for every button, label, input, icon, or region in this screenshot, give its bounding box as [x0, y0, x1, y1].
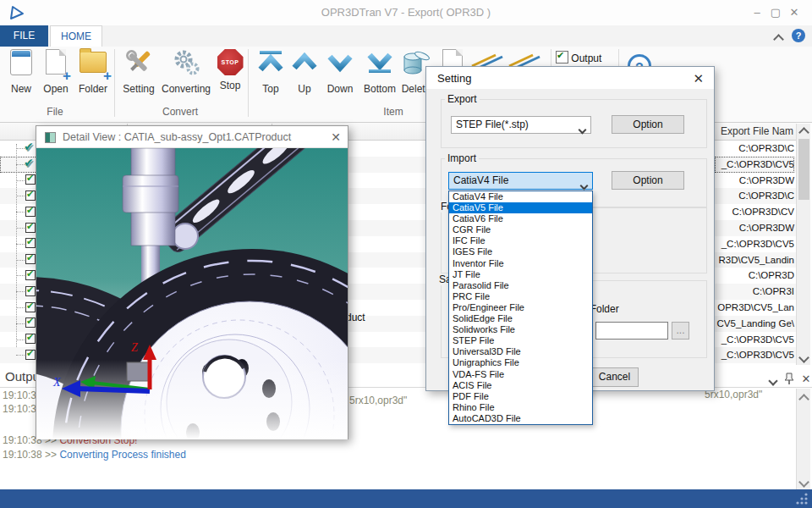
item-row[interactable]: ✔ — [0, 204, 41, 220]
dropdown-item[interactable]: IFC File — [449, 235, 592, 246]
open-button[interactable]: + Open — [39, 49, 73, 95]
3d-viewport[interactable]: Z X — [36, 148, 348, 439]
scrollbar-thumb[interactable] — [798, 139, 809, 200]
close-button[interactable]: ✕ — [785, 3, 804, 22]
output-scrollbar[interactable] — [796, 389, 810, 489]
dropdown-item[interactable]: Unigraphics File — [449, 357, 592, 368]
item-row[interactable]: ✔ — [0, 173, 41, 189]
export-file-name-header[interactable]: Export File Nam — [721, 125, 793, 137]
export-file-cell[interactable]: C:\OPR3DW — [715, 173, 794, 189]
item-row[interactable]: ✔ — [0, 220, 41, 236]
export-file-cell[interactable]: C:\OPR3D — [715, 268, 794, 284]
dropdown-item[interactable]: Solidworks File — [449, 324, 592, 335]
maximize-button[interactable]: ▢ — [766, 3, 785, 22]
export-file-cell[interactable]: C:\OPR3D\C — [715, 188, 794, 204]
dropdown-item[interactable]: STEP File — [449, 335, 592, 346]
item-row[interactable]: ✔ — [0, 236, 41, 252]
checked-checkbox[interactable]: ✔ — [25, 238, 36, 248]
dropdown-item[interactable]: PDF File — [449, 391, 592, 402]
detail-view-window[interactable]: Detail View : CATIA_sub-assy_Opt1.CATPro… — [36, 125, 348, 439]
dropdown-item[interactable]: Parasolid File — [449, 280, 592, 291]
detail-view-title-bar[interactable]: Detail View : CATIA_sub-assy_Opt1.CATPro… — [36, 126, 348, 148]
checked-checkbox[interactable]: ✔ — [25, 254, 36, 264]
stop-button[interactable]: STOP Stop — [213, 49, 247, 91]
dropdown-item[interactable]: SolidEdge File — [449, 313, 592, 324]
pin-icon[interactable] — [784, 373, 798, 386]
dropdown-item[interactable]: VDA-FS File — [449, 369, 592, 380]
checked-checkbox[interactable]: ✔ — [25, 286, 36, 296]
converting-button[interactable]: Converting — [159, 49, 213, 95]
item-row[interactable]: ✔ — [0, 252, 41, 268]
export-file-cell[interactable]: OPR3D\CV5_Lan — [715, 300, 794, 316]
export-file-cell[interactable]: R3D\CV5_Landin — [715, 252, 794, 268]
help-icon[interactable]: ? — [792, 29, 805, 42]
export-file-cell[interactable]: C:\OPR3DW — [715, 220, 794, 236]
dropdown-item[interactable]: AutoCAD3D File — [449, 413, 592, 424]
export-file-cell[interactable]: C:\OPR3D\C — [715, 141, 794, 157]
tab-file[interactable]: FILE — [0, 25, 48, 47]
export-file-cell[interactable]: C:\OPR3D\CV5_ — [715, 332, 794, 348]
scroll-down-icon[interactable] — [797, 473, 811, 488]
bottom-button[interactable]: Bottom — [360, 49, 399, 95]
export-option-button[interactable]: Option — [612, 115, 684, 134]
checked-checkbox[interactable]: ✔ — [25, 302, 36, 312]
output-toggle[interactable]: Output — [556, 51, 601, 64]
scroll-up-icon[interactable] — [797, 124, 811, 138]
export-file-cell[interactable]: C:\OPR3D\CV — [715, 204, 794, 220]
dropdown-item[interactable]: CatiaV4 File — [449, 191, 592, 202]
output-menu-icon[interactable] — [766, 373, 780, 386]
scroll-down-icon[interactable] — [797, 349, 811, 363]
checked-checkbox[interactable]: ✔ — [25, 318, 36, 328]
setting-dialog-title-bar[interactable]: Setting ✕ — [426, 67, 714, 89]
output-close-icon[interactable]: ✕ — [799, 373, 812, 386]
dropdown-item[interactable]: IGES File — [449, 246, 592, 257]
folder-button[interactable]: + Folder — [74, 49, 112, 95]
checked-checkbox[interactable]: ✔ — [25, 350, 36, 360]
import-format-select[interactable]: CatiaV4 File — [448, 172, 593, 190]
dropdown-item[interactable]: CatiaV5 File — [449, 202, 592, 213]
export-file-cell[interactable]: C:\OPR3I — [715, 284, 794, 300]
new-button[interactable]: New — [5, 49, 37, 95]
ribbon-collapse-icon[interactable] — [775, 31, 782, 47]
tab-home[interactable]: HOME — [50, 25, 102, 47]
export-file-cell[interactable]: C:\OPR3D\CV5_ — [715, 157, 794, 173]
export-file-cell[interactable]: C:\OPR3D\CV5_ — [715, 236, 794, 252]
dropdown-item[interactable]: CGR File — [449, 224, 592, 235]
checked-checkbox[interactable]: ✔ — [25, 190, 36, 201]
setting-dialog-close-icon[interactable]: ✕ — [693, 71, 704, 86]
export-format-select[interactable]: STEP File(*.stp) — [451, 116, 591, 134]
detail-view-close-icon[interactable]: ✕ — [331, 130, 341, 144]
checked-checkbox[interactable]: ✔ — [25, 207, 36, 217]
output-checkbox[interactable] — [556, 51, 568, 64]
dropdown-item[interactable]: ACIS File — [449, 380, 592, 391]
setting-dialog[interactable]: Setting ✕ Export STEP File(*.stp) Option… — [425, 66, 715, 391]
save-path-input[interactable] — [595, 322, 668, 340]
export-file-cell[interactable]: \CV5_Landing Ge — [715, 316, 794, 332]
top-button[interactable]: Top — [254, 49, 288, 95]
dropdown-item[interactable]: Inventor File — [449, 258, 592, 269]
export-file-cell[interactable]: C:\OPR3D\CV5_ — [715, 347, 794, 363]
dropdown-item[interactable]: JT File — [449, 269, 592, 280]
minimize-button[interactable]: – — [748, 3, 766, 22]
scroll-up-icon[interactable] — [797, 390, 811, 405]
browse-button[interactable]: ... — [672, 322, 689, 340]
setting-button[interactable]: Setting — [118, 49, 159, 95]
dropdown-item[interactable]: Rhino File — [449, 402, 592, 413]
dropdown-item[interactable]: Pro/Engineer File — [449, 302, 592, 313]
down-button[interactable]: Down — [321, 49, 359, 95]
dropdown-item[interactable]: PRC File — [449, 291, 592, 302]
item-row[interactable]: ✔ — [0, 347, 41, 363]
checked-checkbox[interactable]: ✔ — [25, 270, 36, 280]
item-row[interactable]: ✔ — [0, 300, 41, 316]
item-row[interactable]: ✔ — [0, 188, 41, 204]
resize-grip[interactable] — [794, 492, 809, 505]
list-scrollbar[interactable] — [796, 124, 810, 365]
import-option-button[interactable]: Option — [612, 171, 684, 190]
item-row[interactable]: ✔ — [0, 268, 41, 284]
checked-checkbox[interactable]: ✔ — [25, 223, 36, 233]
item-row[interactable]: ✔ — [0, 316, 41, 332]
item-row[interactable]: ✔ — [0, 332, 41, 348]
checked-checkbox[interactable]: ✔ — [25, 174, 36, 185]
up-button[interactable]: Up — [289, 49, 320, 95]
item-row[interactable]: ✔ — [0, 157, 39, 173]
